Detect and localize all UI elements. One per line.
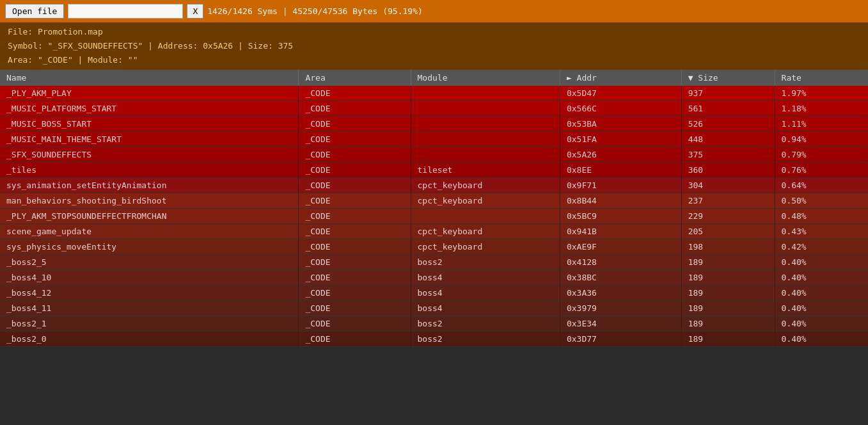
- header-bar: Open file X 1426/1426 Syms | 45250/47536…: [0, 0, 868, 22]
- cell-size: 526: [681, 116, 775, 132]
- cell-rate: 1.97%: [775, 86, 868, 101]
- cell-size: 189: [681, 285, 775, 301]
- search-input[interactable]: [68, 4, 183, 19]
- cell-module: boss2: [411, 316, 560, 332]
- cell-rate: 0.76%: [775, 163, 868, 178]
- cell-size: 189: [681, 301, 775, 316]
- cell-size: 448: [681, 132, 775, 147]
- table-row[interactable]: _MUSIC_BOSS_START_CODE0x53BA5261.11%: [0, 116, 868, 132]
- cell-area: _CODE: [299, 101, 411, 116]
- cell-area: _CODE: [299, 86, 411, 101]
- cell-rate: 0.40%: [775, 270, 868, 285]
- cell-module: [411, 86, 560, 101]
- table-row[interactable]: sys_physics_moveEntity_CODEcpct_keyboard…: [0, 239, 868, 255]
- cell-addr: 0x5D47: [560, 86, 681, 101]
- col-header-size[interactable]: ▼ Size: [681, 70, 775, 86]
- cell-area: _CODE: [299, 116, 411, 132]
- table-header: Name Area Module ► Addr ▼ Size Rate: [0, 70, 868, 86]
- cell-addr: 0x4128: [560, 255, 681, 270]
- cell-area: _CODE: [299, 132, 411, 147]
- table-container: Name Area Module ► Addr ▼ Size Rate _PLY…: [0, 70, 868, 347]
- table-body: _PLY_AKM_PLAY_CODE0x5D479371.97%_MUSIC_P…: [0, 86, 868, 347]
- cell-name: man_behaviors_shooting_birdShoot: [0, 193, 299, 209]
- cell-module: boss2: [411, 332, 560, 347]
- cell-module: [411, 116, 560, 132]
- cell-name: _boss2_0: [0, 332, 299, 347]
- cell-rate: 0.94%: [775, 132, 868, 147]
- cell-module: [411, 147, 560, 163]
- cell-size: 205: [681, 224, 775, 239]
- cell-addr: 0x8B44: [560, 193, 681, 209]
- symbol-info-line: Symbol: "_SFX_SOUNDEFFECTS" | Address: 0…: [8, 39, 860, 53]
- cell-size: 189: [681, 270, 775, 285]
- col-header-addr[interactable]: ► Addr: [560, 70, 681, 86]
- cell-rate: 0.79%: [775, 147, 868, 163]
- area-info-line: Area: "_CODE" | Module: "": [8, 53, 860, 67]
- cell-addr: 0x3E34: [560, 316, 681, 332]
- cell-size: 189: [681, 332, 775, 347]
- cell-name: _boss2_1: [0, 316, 299, 332]
- cell-area: _CODE: [299, 332, 411, 347]
- cell-area: _CODE: [299, 178, 411, 193]
- cell-area: _CODE: [299, 285, 411, 301]
- cell-rate: 0.40%: [775, 301, 868, 316]
- table-row[interactable]: _SFX_SOUNDEFFECTS_CODE0x5A263750.79%: [0, 147, 868, 163]
- cell-rate: 0.40%: [775, 316, 868, 332]
- cell-addr: 0x5BC9: [560, 209, 681, 224]
- table-row[interactable]: _tiles_CODEtileset0x8EE3600.76%: [0, 163, 868, 178]
- cell-name: _MUSIC_PLATFORMS_START: [0, 101, 299, 116]
- table-row[interactable]: man_behaviors_shooting_birdShoot_CODEcpc…: [0, 193, 868, 209]
- cell-name: sys_animation_setEntityAnimation: [0, 178, 299, 193]
- cell-size: 198: [681, 239, 775, 255]
- cell-size: 304: [681, 178, 775, 193]
- cell-size: 189: [681, 316, 775, 332]
- open-file-button[interactable]: Open file: [5, 4, 64, 19]
- table-row[interactable]: _PLY_AKM_PLAY_CODE0x5D479371.97%: [0, 86, 868, 101]
- cell-area: _CODE: [299, 270, 411, 285]
- cell-rate: 0.48%: [775, 209, 868, 224]
- cell-name: _MUSIC_BOSS_START: [0, 116, 299, 132]
- cell-module: cpct_keyboard: [411, 224, 560, 239]
- table-row[interactable]: _boss4_11_CODEboss40x39791890.40%: [0, 301, 868, 316]
- cell-area: _CODE: [299, 193, 411, 209]
- cell-addr: 0x53BA: [560, 116, 681, 132]
- cell-module: boss4: [411, 301, 560, 316]
- col-header-rate[interactable]: Rate: [775, 70, 868, 86]
- table-row[interactable]: _MUSIC_PLATFORMS_START_CODE0x566C5611.18…: [0, 101, 868, 116]
- cell-name: scene_game_update: [0, 224, 299, 239]
- clear-button[interactable]: X: [187, 4, 203, 19]
- table-row[interactable]: scene_game_update_CODEcpct_keyboard0x941…: [0, 224, 868, 239]
- table-row[interactable]: sys_animation_setEntityAnimation_CODEcpc…: [0, 178, 868, 193]
- col-header-module[interactable]: Module: [411, 70, 560, 86]
- cell-area: _CODE: [299, 301, 411, 316]
- table-row[interactable]: _MUSIC_MAIN_THEME_START_CODE0x51FA4480.9…: [0, 132, 868, 147]
- cell-addr: 0x566C: [560, 101, 681, 116]
- cell-name: _PLY_AKM_STOPSOUNDEFFECTFROMCHAN: [0, 209, 299, 224]
- cell-addr: 0x9F71: [560, 178, 681, 193]
- col-header-name[interactable]: Name: [0, 70, 299, 86]
- cell-area: _CODE: [299, 147, 411, 163]
- cell-size: 237: [681, 193, 775, 209]
- table-row[interactable]: _boss2_0_CODEboss20x3D771890.40%: [0, 332, 868, 347]
- table-row[interactable]: _boss4_12_CODEboss40x3A361890.40%: [0, 285, 868, 301]
- cell-module: boss2: [411, 255, 560, 270]
- table-row[interactable]: _boss2_1_CODEboss20x3E341890.40%: [0, 316, 868, 332]
- cell-module: boss4: [411, 285, 560, 301]
- cell-rate: 0.43%: [775, 224, 868, 239]
- cell-name: _boss4_11: [0, 301, 299, 316]
- cell-size: 229: [681, 209, 775, 224]
- cell-name: _PLY_AKM_PLAY: [0, 86, 299, 101]
- cell-module: boss4: [411, 270, 560, 285]
- cell-size: 561: [681, 101, 775, 116]
- cell-addr: 0x3979: [560, 301, 681, 316]
- cell-name: _tiles: [0, 163, 299, 178]
- table-row[interactable]: _boss4_10_CODEboss40x38BC1890.40%: [0, 270, 868, 285]
- cell-addr: 0x3D77: [560, 332, 681, 347]
- cell-size: 189: [681, 255, 775, 270]
- col-header-area[interactable]: Area: [299, 70, 411, 86]
- cell-module: cpct_keyboard: [411, 178, 560, 193]
- table-row[interactable]: _boss2_5_CODEboss20x41281890.40%: [0, 255, 868, 270]
- table-row[interactable]: _PLY_AKM_STOPSOUNDEFFECTFROMCHAN_CODE0x5…: [0, 209, 868, 224]
- cell-size: 360: [681, 163, 775, 178]
- cell-name: _boss4_10: [0, 270, 299, 285]
